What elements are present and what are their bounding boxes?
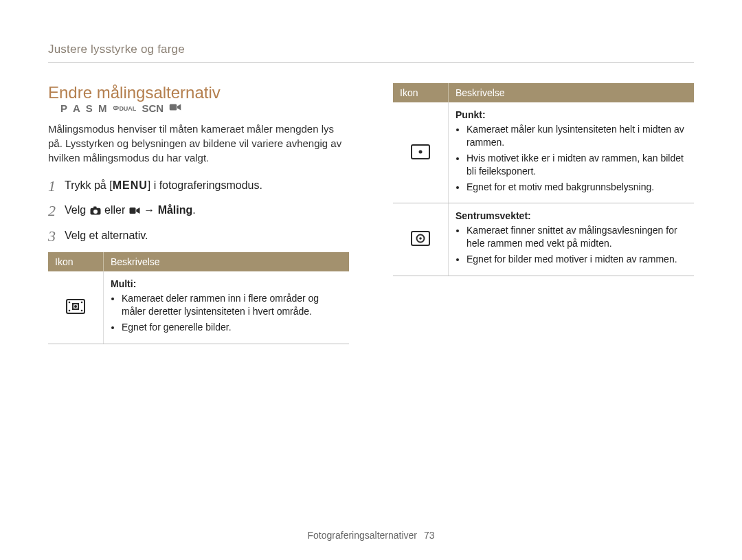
step-2-post: .	[192, 204, 195, 216]
left-metering-table: Ikon Beskrivelse Multi: Kameraet deler r…	[48, 252, 349, 344]
step-number: 1	[48, 177, 65, 195]
step-1-pre: Trykk på [	[65, 179, 113, 191]
bullet: Kameraet finner snittet av målingsavlesn…	[466, 224, 687, 250]
bullet: Egnet for generelle bilder.	[122, 321, 342, 334]
row-title: Sentrumsvektet	[456, 210, 528, 221]
camera-icon	[89, 205, 102, 216]
svg-point-5	[93, 210, 98, 214]
intro-text: Målingsmodus henviser til måten kameraet…	[48, 122, 349, 165]
menu-key: MENU	[113, 179, 148, 191]
right-metering-table: Ikon Beskrivelse Punkt: Kameraet måler k…	[393, 83, 694, 276]
svg-rect-2	[170, 104, 177, 111]
step-2-pre: Velg	[65, 204, 89, 216]
bullet: Kameraet måler kun lysintensiteten helt …	[466, 123, 687, 149]
step-number: 3	[48, 227, 65, 245]
two-column-layout: Endre målingsalternativ P A S M DUAL SCN…	[48, 83, 694, 344]
svg-rect-6	[129, 208, 135, 214]
page-footer: Fotograferingsalternativer 73	[0, 530, 742, 541]
mode-a: A	[73, 102, 80, 114]
step-number: 2	[48, 202, 65, 220]
row-title: Multi	[111, 278, 133, 289]
mode-s: S	[86, 102, 93, 114]
table-row: Sentrumsvektet: Kameraet finner snittet …	[393, 203, 694, 276]
desc-cell: Sentrumsvektet: Kameraet finner snittet …	[449, 203, 695, 276]
step-2-mid: eller	[104, 204, 128, 216]
section-heading-row: Endre målingsalternativ P A S M DUAL SCN	[48, 83, 349, 115]
th-icon: Ikon	[393, 83, 449, 102]
th-desc: Beskrivelse	[104, 252, 350, 271]
mode-p: P	[60, 102, 67, 114]
desc-cell: Punkt: Kameraet måler kun lysintensitete…	[449, 102, 695, 203]
table-row: Punkt: Kameraet måler kun lysintensitete…	[393, 102, 694, 203]
step-3: 3 Velg et alternativ.	[48, 227, 349, 245]
mode-dual: DUAL	[112, 104, 136, 112]
section-title: Endre målingsalternativ	[48, 83, 221, 102]
manual-page: Justere lysstyrke og farge Endre målings…	[0, 0, 742, 560]
table-row: Multi: Kameraet deler rammen inn i flere…	[48, 271, 349, 344]
bullet: Kameraet deler rammen inn i flere område…	[122, 292, 342, 318]
spot-metering-icon	[393, 102, 449, 203]
video-icon	[128, 205, 141, 216]
row-title: Punkt	[456, 109, 482, 120]
bullet: Egnet for et motiv med bakgrunnsbelysnin…	[466, 181, 687, 194]
mode-movie-icon	[169, 102, 181, 114]
step-2-arrow: →	[144, 204, 157, 216]
step-1: 1 Trykk på [MENU] i fotograferingsmodus.	[48, 177, 349, 195]
divider	[48, 62, 694, 63]
step-text: Velg et alternativ.	[65, 227, 148, 243]
steps-list: 1 Trykk på [MENU] i fotograferingsmodus.…	[48, 177, 349, 245]
step-text: Trykk på [MENU] i fotograferingsmodus.	[65, 177, 262, 193]
svg-point-18	[419, 237, 422, 240]
bullet: Hvis motivet ikke er i midten av rammen,…	[466, 152, 687, 178]
svg-point-13	[81, 310, 83, 312]
center-weighted-metering-icon	[393, 203, 449, 276]
multi-metering-icon	[48, 271, 104, 344]
mode-strip: P A S M DUAL SCN	[60, 102, 181, 114]
svg-point-11	[81, 302, 83, 304]
footer-label: Fotograferingsalternativer	[308, 530, 418, 541]
svg-point-9	[74, 305, 77, 308]
svg-point-12	[69, 310, 71, 312]
bullet: Egnet for bilder med motiver i midten av…	[466, 253, 687, 266]
th-icon: Ikon	[48, 252, 104, 271]
desc-cell: Multi: Kameraet deler rammen inn i flere…	[104, 271, 350, 344]
mode-m: M	[98, 102, 107, 114]
breadcrumb: Justere lysstyrke og farge	[48, 43, 694, 56]
th-desc: Beskrivelse	[449, 83, 695, 102]
svg-point-10	[69, 302, 71, 304]
left-column: Endre målingsalternativ P A S M DUAL SCN…	[48, 83, 349, 344]
svg-point-15	[419, 150, 423, 153]
step-1-post: ] i fotograferingsmodus.	[148, 179, 262, 191]
right-column: Ikon Beskrivelse Punkt: Kameraet måler k…	[393, 83, 694, 344]
step-2: 2 Velg eller → Måling.	[48, 202, 349, 220]
step-text: Velg eller → Måling.	[65, 202, 196, 218]
svg-rect-4	[93, 207, 97, 209]
step-2-target: Måling	[158, 204, 193, 216]
mode-scn: SCN	[142, 102, 164, 114]
page-number: 73	[424, 530, 435, 541]
